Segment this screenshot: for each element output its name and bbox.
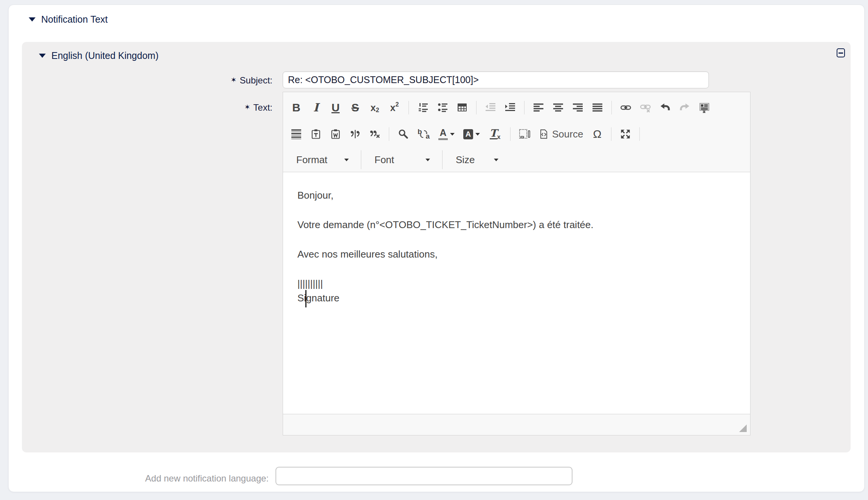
- toolbar-row-3: Format Font Size: [291, 150, 503, 169]
- unlink-button[interactable]: [640, 102, 651, 113]
- search-icon: [398, 128, 409, 140]
- remove-quote-button[interactable]: [369, 128, 381, 140]
- remove-quote-icon: [369, 128, 381, 140]
- bold-button[interactable]: B: [291, 102, 302, 113]
- text-color-button[interactable]: A: [438, 128, 455, 140]
- source-button[interactable]: Source: [538, 128, 583, 140]
- superscript-button[interactable]: x2: [389, 102, 400, 113]
- collapse-triangle-icon: [39, 54, 46, 58]
- subject-input[interactable]: [283, 71, 709, 88]
- add-notification-language-input[interactable]: [275, 467, 572, 485]
- insert-table-button[interactable]: [456, 102, 468, 113]
- background-color-button[interactable]: A: [463, 129, 480, 139]
- remove-format-button[interactable]: Tx: [488, 128, 502, 140]
- minus-icon: [839, 52, 843, 54]
- toolbar-row-1: B I U S x2 x2: [291, 97, 710, 118]
- unlink-icon: [640, 102, 651, 113]
- editor-footer-bar: [283, 414, 750, 435]
- undo-icon: [659, 102, 671, 113]
- toolbar-separator: [408, 101, 409, 114]
- collapse-widget-button[interactable]: [837, 48, 845, 57]
- link-button[interactable]: [620, 102, 631, 113]
- undo-button[interactable]: [659, 102, 671, 113]
- justify-button[interactable]: [592, 102, 603, 113]
- numbered-list-button[interactable]: [417, 102, 429, 113]
- outdent-button[interactable]: [485, 102, 496, 113]
- justify-icon: [592, 102, 603, 113]
- chevron-down-icon: [475, 133, 480, 136]
- chevron-down-icon: [344, 159, 349, 161]
- link-icon: [620, 102, 631, 113]
- special-character-button[interactable]: Ω: [591, 128, 603, 140]
- text-label-text: Text:: [253, 102, 272, 113]
- page-background: Notification Text English (United Kingdo…: [0, 0, 868, 500]
- find-button[interactable]: [398, 128, 409, 140]
- signature-separator-line: ||||||||||: [297, 278, 323, 289]
- language-widget-header[interactable]: English (United Kingdom): [39, 50, 158, 61]
- redo-button[interactable]: [679, 102, 690, 113]
- italic-button[interactable]: I: [310, 102, 322, 113]
- align-center-button[interactable]: [552, 102, 564, 113]
- format-dropdown[interactable]: Format: [291, 154, 353, 166]
- outdent-icon: [485, 102, 496, 113]
- toolbar-separator: [361, 150, 361, 169]
- toolbar-separator: [611, 101, 612, 114]
- signature-text: Signature: [297, 292, 339, 304]
- select-all-icon: [291, 128, 302, 140]
- chevron-down-icon: [494, 159, 498, 161]
- maximize-button[interactable]: [620, 128, 631, 140]
- align-left-button[interactable]: [533, 102, 544, 113]
- toolbar-separator: [476, 101, 477, 114]
- language-widget: English (United Kingdom) ✶Subject: ✶Text…: [22, 42, 851, 452]
- strikethrough-button[interactable]: S: [350, 102, 361, 113]
- toolbar-separator: [442, 150, 443, 169]
- text-label: ✶Text:: [22, 102, 272, 113]
- select-all-button[interactable]: [291, 128, 302, 140]
- background-color-icon: A: [463, 129, 473, 139]
- table-icon: [456, 102, 468, 113]
- subject-label: ✶Subject:: [22, 75, 272, 86]
- align-left-icon: [533, 102, 544, 113]
- align-right-button[interactable]: [572, 102, 583, 113]
- toolbar-separator: [524, 101, 525, 114]
- toolbar-separator: [639, 127, 640, 141]
- source-icon: [538, 129, 549, 139]
- text-color-icon: A: [438, 128, 448, 140]
- font-dropdown[interactable]: Font: [369, 154, 435, 166]
- text-cursor: [305, 290, 306, 307]
- split-quote-button[interactable]: [350, 128, 361, 140]
- indent-button[interactable]: [504, 102, 516, 113]
- bulleted-list-button[interactable]: [437, 102, 448, 113]
- toolbar-row-2: b a A A: [291, 124, 640, 144]
- size-dropdown[interactable]: Size: [450, 154, 503, 166]
- subscript-button[interactable]: x2: [369, 102, 381, 113]
- resize-handle-icon[interactable]: [739, 424, 747, 432]
- language-widget-title: English (United Kingdom): [51, 50, 158, 61]
- paste-text-icon: [310, 128, 322, 140]
- templates-button[interactable]: [699, 102, 710, 113]
- paste-word-icon: [330, 128, 341, 140]
- notification-text-section: Notification Text English (United Kingdo…: [8, 5, 865, 492]
- underline-button[interactable]: U: [330, 102, 341, 113]
- replace-button[interactable]: b a: [417, 128, 430, 140]
- bulleted-list-icon: [437, 102, 448, 113]
- templates-icon: [699, 102, 710, 113]
- signature-paragraph: |||||||||| Signature: [297, 276, 736, 305]
- notification-text-header[interactable]: Notification Text: [29, 14, 108, 25]
- paste-from-word-button[interactable]: [330, 128, 341, 140]
- richtext-editor: B I U S x2 x2: [283, 92, 750, 435]
- editor-paragraph: Votre demande (n°<OTOBO_TICKET_TicketNum…: [297, 218, 736, 232]
- required-star-icon: ✶: [244, 103, 250, 111]
- numbered-list-icon: [417, 102, 429, 113]
- editor-content-area[interactable]: Bonjour, Votre demande (n°<OTOBO_TICKET_…: [283, 172, 750, 414]
- chevron-down-icon: [450, 133, 455, 136]
- toolbar-separator: [389, 127, 389, 141]
- indent-icon: [504, 102, 516, 113]
- add-language-label: Add new notification language:: [9, 473, 269, 484]
- show-blocks-button[interactable]: [519, 128, 530, 140]
- paste-as-text-button[interactable]: [310, 128, 322, 140]
- toolbar-separator: [611, 127, 611, 141]
- align-right-icon: [572, 102, 583, 113]
- collapse-triangle-icon: [29, 17, 36, 22]
- split-quote-icon: [350, 128, 361, 140]
